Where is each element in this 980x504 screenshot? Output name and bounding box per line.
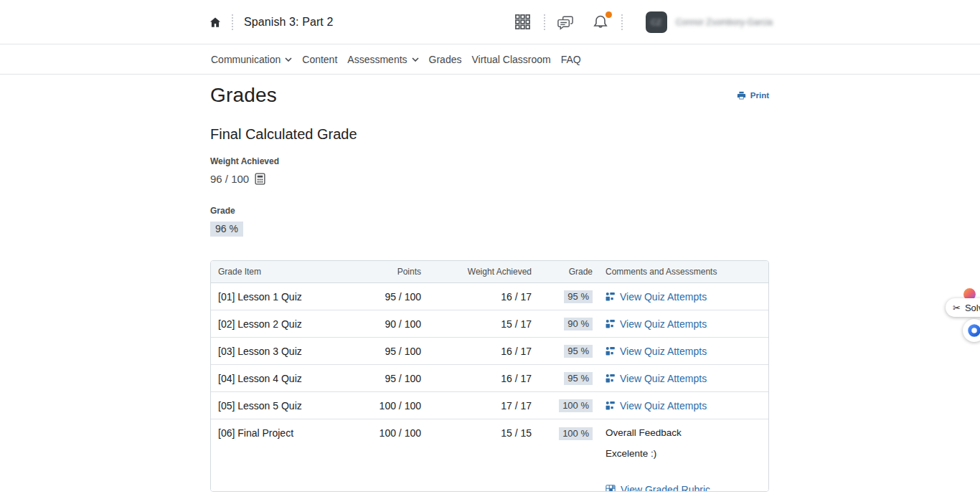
nav-communication[interactable]: Communication bbox=[210, 51, 293, 68]
quiz-attempts-icon bbox=[606, 292, 615, 301]
grade-percent: 95 % bbox=[564, 345, 593, 358]
page-title: Grades bbox=[210, 84, 277, 107]
table-row: [02] Lesson 2 Quiz 90 / 100 15 / 17 90 %… bbox=[211, 310, 768, 338]
points-value: 95 / 100 bbox=[354, 346, 426, 357]
points-value: 95 / 100 bbox=[354, 373, 426, 384]
col-points: Points bbox=[354, 267, 426, 277]
course-navbar: Communication Content Assessments Grades… bbox=[0, 44, 980, 75]
top-header: Spanish 3: Part 2 bbox=[0, 0, 980, 44]
nav-assessments[interactable]: Assessments bbox=[347, 51, 419, 68]
notification-badge bbox=[606, 11, 612, 18]
grade-label: Grade bbox=[210, 206, 769, 216]
final-grade-value: 96 % bbox=[210, 222, 243, 237]
table-row: [01] Lesson 1 Quiz 95 / 100 16 / 17 95 %… bbox=[211, 283, 768, 310]
grade-percent: 100 % bbox=[559, 399, 593, 412]
grade-percent: 100 % bbox=[559, 427, 593, 440]
grade-percent: 95 % bbox=[564, 372, 593, 385]
grade-percent: 95 % bbox=[564, 290, 593, 303]
home-icon bbox=[209, 16, 222, 29]
weight-achieved-value: 96 / 100 bbox=[210, 173, 769, 185]
table-row-final-project: [06] Final Project 100 / 100 15 / 15 100… bbox=[211, 419, 768, 491]
nav-faq[interactable]: FAQ bbox=[560, 51, 582, 68]
grades-page: Spanish 3: Part 2 bbox=[0, 0, 980, 504]
printer-icon bbox=[736, 90, 747, 101]
user-name: Connor Zsombory-Garcia bbox=[676, 17, 773, 27]
grades-table: Grade Item Points Weight Achieved Grade … bbox=[210, 260, 769, 492]
col-comments: Comments and Assessments bbox=[598, 267, 768, 277]
table-row: [05] Lesson 5 Quiz 100 / 100 17 / 17 100… bbox=[211, 392, 768, 419]
weight-value: 17 / 17 bbox=[426, 400, 537, 412]
home-button[interactable] bbox=[209, 16, 222, 29]
view-quiz-attempts-link[interactable]: View Quiz Attempts bbox=[606, 346, 707, 357]
view-graded-rubric-link[interactable]: View Graded Rubric bbox=[606, 484, 710, 492]
course-selector-button[interactable] bbox=[514, 13, 532, 32]
points-value: 100 / 100 bbox=[354, 400, 426, 412]
table-row: [03] Lesson 3 Quiz 95 / 100 16 / 17 95 %… bbox=[211, 338, 768, 365]
assistant-button[interactable] bbox=[963, 319, 980, 342]
grade-item-name: [06] Final Project bbox=[211, 419, 354, 439]
quiz-attempts-icon bbox=[606, 401, 615, 410]
assistant-ring-icon bbox=[967, 323, 980, 338]
weight-value: 15 / 17 bbox=[426, 318, 537, 330]
quiz-attempts-icon bbox=[606, 374, 615, 383]
view-quiz-attempts-link[interactable]: View Quiz Attempts bbox=[606, 291, 707, 303]
header-divider bbox=[544, 14, 545, 30]
waffle-grid-icon bbox=[514, 14, 531, 30]
notifications-button[interactable] bbox=[591, 13, 610, 32]
col-weight-achieved: Weight Achieved bbox=[426, 267, 537, 277]
course-title: Spanish 3: Part 2 bbox=[244, 16, 333, 29]
nav-grades[interactable]: Grades bbox=[428, 51, 463, 68]
weight-value: 15 / 15 bbox=[426, 419, 537, 439]
weight-value: 16 / 17 bbox=[426, 373, 537, 384]
solve-button[interactable]: ✂ Solve bbox=[946, 298, 980, 317]
avatar: CZ bbox=[646, 11, 667, 33]
chevron-down-icon bbox=[412, 57, 419, 62]
view-quiz-attempts-link[interactable]: View Quiz Attempts bbox=[606, 373, 707, 384]
grade-item-name: [02] Lesson 2 Quiz bbox=[211, 318, 354, 330]
rubric-grid-icon bbox=[606, 485, 616, 492]
scissors-icon: ✂ bbox=[953, 303, 961, 313]
table-row: [04] Lesson 4 Quiz 95 / 100 16 / 17 95 %… bbox=[211, 365, 768, 392]
weight-value: 16 / 17 bbox=[426, 346, 537, 357]
grade-item-name: [03] Lesson 3 Quiz bbox=[211, 346, 354, 357]
user-menu[interactable]: CZ Connor Zsombory-Garcia bbox=[646, 11, 773, 33]
header-actions: CZ Connor Zsombory-Garcia bbox=[514, 11, 773, 33]
nav-content[interactable]: Content bbox=[301, 51, 338, 68]
final-grade-heading: Final Calculated Grade bbox=[210, 126, 769, 143]
col-grade-item: Grade Item bbox=[211, 267, 354, 277]
weight-value: 16 / 17 bbox=[426, 291, 537, 303]
points-value: 90 / 100 bbox=[354, 318, 426, 330]
header-divider bbox=[621, 14, 623, 30]
chat-bubbles-icon bbox=[557, 14, 575, 31]
grade-percent: 90 % bbox=[564, 318, 593, 331]
points-value: 100 / 100 bbox=[354, 419, 426, 439]
feedback-text: Excelente :) bbox=[606, 448, 656, 459]
message-alerts-button[interactable] bbox=[557, 13, 575, 32]
grade-item-name: [05] Lesson 5 Quiz bbox=[211, 400, 354, 412]
header-divider bbox=[232, 14, 233, 30]
points-value: 95 / 100 bbox=[354, 291, 426, 303]
col-grade: Grade bbox=[537, 267, 598, 277]
main-content: Grades Print Final Calculated Grade Weig… bbox=[0, 75, 769, 492]
print-button[interactable]: Print bbox=[736, 90, 769, 101]
overall-feedback-heading: Overall Feedback bbox=[606, 427, 682, 438]
calculator-icon[interactable] bbox=[255, 173, 265, 185]
weight-achieved-label: Weight Achieved bbox=[210, 156, 769, 166]
nav-virtual-classroom[interactable]: Virtual Classroom bbox=[471, 51, 551, 68]
chevron-down-icon bbox=[285, 57, 292, 62]
quiz-attempts-icon bbox=[606, 346, 615, 356]
view-quiz-attempts-link[interactable]: View Quiz Attempts bbox=[606, 400, 707, 412]
view-quiz-attempts-link[interactable]: View Quiz Attempts bbox=[606, 318, 707, 330]
quiz-attempts-icon bbox=[606, 319, 615, 328]
table-header-row: Grade Item Points Weight Achieved Grade … bbox=[211, 261, 768, 283]
grade-item-name: [04] Lesson 4 Quiz bbox=[211, 373, 354, 384]
grade-item-name: [01] Lesson 1 Quiz bbox=[211, 291, 354, 303]
